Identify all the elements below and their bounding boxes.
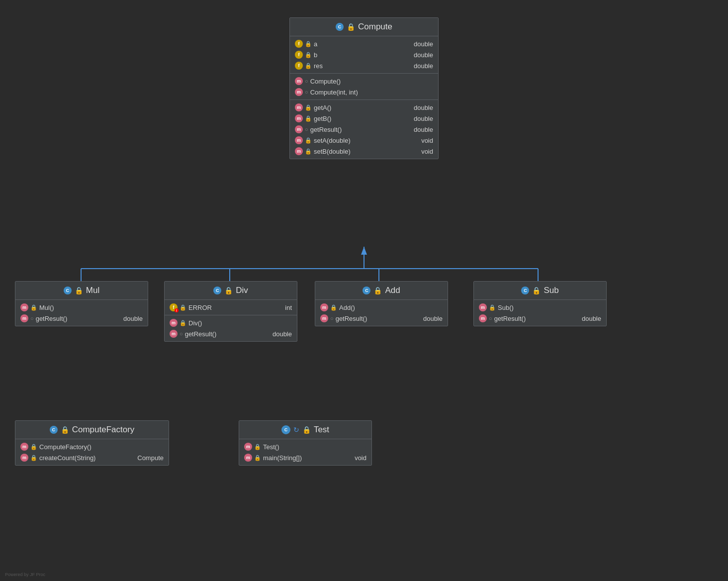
sub-getresult: m ○ getResult() double <box>474 313 606 324</box>
field-b-name: b <box>314 51 408 59</box>
green-lock2: 🔒 <box>305 115 312 122</box>
mul-header: C 🔒 Mul <box>15 282 148 300</box>
setb-name: setB(double) <box>314 148 415 155</box>
add-green-lock1: 🔒 <box>330 304 337 311</box>
mul-c-icon: C <box>64 287 72 294</box>
test-header: C ↻ 🔒 Test <box>239 421 371 439</box>
test-green-lock2: 🔒 <box>254 455 261 461</box>
method-m-icon2: m <box>295 88 303 96</box>
compute-field-res: f 🔒 res double <box>290 60 438 71</box>
compute-getb: m 🔒 getB() double <box>290 113 438 124</box>
compute-class: C 🔒 Compute f 🔒 a double f 🔒 b double f … <box>289 17 439 159</box>
div-green-lock1: 🔒 <box>180 320 186 326</box>
computefactory-header: C 🔒 ComputeFactory <box>15 421 169 439</box>
mul-getresult-name: getResult() <box>36 315 117 322</box>
add-m-icon1: m <box>320 303 328 311</box>
div-c-icon: C <box>213 287 221 294</box>
method-m-icon7: m <box>295 147 303 155</box>
powered-by-label: Powered by JF Proc <box>5 572 45 577</box>
test-constructor-name: Test() <box>263 443 366 451</box>
cf-methods: m 🔒 ComputeFactory() m 🔒 createCount(Str… <box>15 439 169 465</box>
setb-type: void <box>421 148 433 155</box>
field-f-icon2: f <box>295 51 303 59</box>
computefactory-class: C 🔒 ComputeFactory m 🔒 ComputeFactory() … <box>15 420 169 466</box>
lock-icon: 🔒 <box>305 41 312 47</box>
test-constructor: m 🔒 Test() <box>239 441 371 452</box>
cf-c-icon: C <box>50 426 58 434</box>
cf-m-icon1: m <box>20 443 28 451</box>
cf-green-lock1: 🔒 <box>30 444 37 450</box>
cf-constructor: m 🔒 ComputeFactory() <box>15 441 169 452</box>
compute-constructor1-name: Compute() <box>310 78 433 85</box>
compute-class-icon: 🔒 <box>347 23 355 31</box>
add-m-icon2: m <box>320 314 328 322</box>
div-header: C 🔒 Div <box>165 282 297 300</box>
sub-class: C 🔒 Sub m 🔒 Sub() m ○ getResult() double <box>473 281 607 326</box>
field-res-type: double <box>414 62 433 70</box>
div-m-icon2: m <box>170 330 178 338</box>
compute-constructor1: m ○ Compute() <box>290 76 438 87</box>
sub-m-icon1: m <box>479 303 487 311</box>
test-methods: m 🔒 Test() m 🔒 main(String[]) void <box>239 439 371 465</box>
add-methods: m 🔒 Add() m ○ getResult() double <box>315 300 448 326</box>
getresult-name: getResult() <box>310 126 408 133</box>
add-c-icon: C <box>363 287 370 294</box>
div-error-field: f 🔒 ERROR int <box>165 302 297 313</box>
green-lock3: 🔒 <box>305 137 312 144</box>
add-header: C 🔒 Add <box>315 282 448 300</box>
sub-green-lock1: 🔒 <box>489 304 496 311</box>
field-b-type: double <box>414 51 433 59</box>
getb-name: getB() <box>314 115 408 122</box>
circle-icon3: ○ <box>305 126 308 132</box>
mul-getresult: m ○ getResult() double <box>15 313 148 324</box>
mul-methods: m 🔒 Mul() m ○ getResult() double <box>15 300 148 326</box>
div-getresult: m ○ getResult() double <box>165 328 297 339</box>
add-getresult-name: getResult() <box>336 315 417 322</box>
compute-c-icon: C <box>336 23 344 31</box>
method-m-icon6: m <box>295 136 303 144</box>
geta-type: double <box>414 104 433 111</box>
diagram-container: C 🔒 Compute f 🔒 a double f 🔒 b double f … <box>0 0 728 581</box>
div-circle1: ○ <box>180 331 183 337</box>
add-constructor: m 🔒 Add() <box>315 302 448 313</box>
compute-title: Compute <box>358 22 392 32</box>
method-m-icon3: m <box>295 103 303 111</box>
compute-getresult: m ○ getResult() double <box>290 124 438 135</box>
cf-createcount-type: Compute <box>137 454 164 462</box>
compute-methods: m 🔒 getA() double m 🔒 getB() double m ○ … <box>290 100 438 159</box>
sub-m-icon2: m <box>479 314 487 322</box>
mul-getresult-type: double <box>123 315 143 322</box>
green-lock1: 🔒 <box>305 104 312 111</box>
sub-header: C 🔒 Sub <box>474 282 606 300</box>
cf-title: ComputeFactory <box>72 425 135 435</box>
seta-type: void <box>421 137 433 144</box>
sub-class-icon: 🔒 <box>532 287 541 294</box>
field-a-name: a <box>314 40 408 48</box>
div-lock-icon: 🔒 <box>180 304 186 311</box>
lock-icon3: 🔒 <box>305 63 312 69</box>
cf-green-lock2: 🔒 <box>30 455 37 461</box>
cf-class-icon: 🔒 <box>61 426 69 434</box>
div-error-name: ERROR <box>188 304 279 311</box>
test-class-icon: 🔒 <box>302 426 311 434</box>
compute-field-b: f 🔒 b double <box>290 49 438 60</box>
green-lock4: 🔒 <box>305 148 312 155</box>
sub-title: Sub <box>544 286 558 295</box>
compute-constructor2-name: Compute(int, int) <box>310 89 433 96</box>
add-getresult-type: double <box>423 315 443 322</box>
mul-green-lock1: 🔒 <box>30 304 37 311</box>
svg-marker-6 <box>361 247 367 255</box>
mul-m-icon1: m <box>20 303 28 311</box>
test-main-type: void <box>355 454 366 462</box>
mul-constructor: m 🔒 Mul() <box>15 302 148 313</box>
error-ef-icon: f <box>170 303 178 311</box>
mul-class: C 🔒 Mul m 🔒 Mul() m ○ getResult() double <box>15 281 148 326</box>
div-methods: m 🔒 Div() m ○ getResult() double <box>165 315 297 341</box>
sub-getresult-name: getResult() <box>494 315 576 322</box>
test-m-icon1: m <box>244 443 252 451</box>
cf-createcount-name: createCount(String) <box>39 454 131 462</box>
add-constructor-name: Add() <box>339 304 443 311</box>
method-m-icon4: m <box>295 114 303 122</box>
test-green-lock1: 🔒 <box>254 444 261 450</box>
div-getresult-name: getResult() <box>185 330 267 338</box>
